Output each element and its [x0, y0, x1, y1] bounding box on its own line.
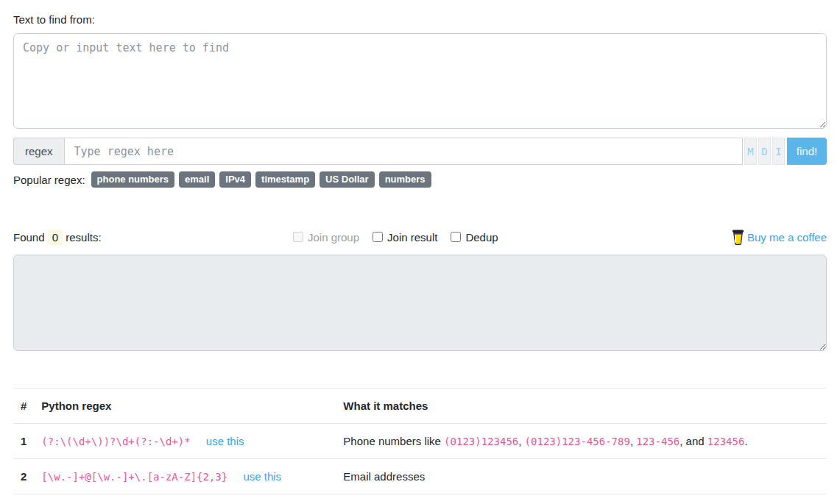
header-python-regex: Python regex: [34, 388, 336, 424]
match-text: ,: [518, 435, 524, 447]
tag-ipv4[interactable]: IPv4: [219, 171, 251, 188]
tag-numbers[interactable]: numbers: [379, 171, 431, 188]
match-description-cell: Email addresses: [336, 459, 827, 494]
found-prefix: Found: [13, 231, 45, 244]
match-text: Phone numbers like: [343, 435, 444, 447]
table-row: 1 (?:\(\d+\))?\d+(?:-\d+)* use this Phon…: [13, 424, 827, 459]
match-example-code: (0123)123-456-789: [525, 436, 630, 447]
tag-phone-numbers[interactable]: phone numbers: [91, 171, 175, 188]
dedup-label: Dedup: [465, 231, 498, 244]
results-output[interactable]: [13, 255, 827, 351]
match-text: ,: [630, 435, 636, 447]
found-results-text: Found 0 results:: [13, 231, 293, 244]
match-example-code: (0123)123456: [444, 436, 518, 447]
match-description-cell: Phone numbers like (0123)123456, (0123)1…: [336, 424, 827, 459]
match-text: , and: [680, 435, 707, 447]
header-what-it-matches: What it matches: [336, 388, 827, 424]
source-text-input[interactable]: [13, 33, 827, 129]
tag-email[interactable]: email: [179, 171, 215, 188]
regex-cell: [\w.-]+@[\w.-]+\.[a-zA-Z]{2,3} use this: [34, 459, 336, 494]
regex-input-group: regex M D I find!: [13, 138, 827, 165]
coffee-cup-icon: [732, 229, 744, 245]
tag-timestamp[interactable]: timestamp: [255, 171, 315, 188]
row-number: 1: [13, 424, 34, 459]
dedup-option[interactable]: Dedup: [451, 231, 498, 244]
row-number: 2: [13, 459, 34, 494]
find-button[interactable]: find!: [787, 138, 827, 165]
header-number: #: [13, 388, 34, 424]
match-example-code: 123456: [707, 436, 745, 447]
results-toolbar: Found 0 results: Join group Join result …: [13, 229, 827, 245]
popular-regex-row: Popular regex: phone numbers email IPv4 …: [13, 171, 827, 188]
join-group-checkbox[interactable]: [293, 232, 303, 242]
use-this-link[interactable]: use this: [243, 470, 281, 483]
found-suffix: results:: [66, 231, 101, 244]
regex-input[interactable]: [64, 138, 743, 165]
regex-cell: (?:\(\d+\))?\d+(?:-\d+)* use this: [34, 424, 336, 459]
flag-multiline-toggle[interactable]: M: [744, 138, 757, 165]
use-this-link[interactable]: use this: [206, 435, 244, 447]
join-result-checkbox[interactable]: [373, 232, 383, 242]
regex-code: [\w.-]+@[\w.-]+\.[a-zA-Z]{2,3}: [41, 471, 227, 483]
regex-addon-label: regex: [13, 138, 64, 165]
table-header-row: # Python regex What it matches: [13, 388, 827, 424]
popular-regex-table: # Python regex What it matches 1 (?:\(\d…: [13, 388, 827, 494]
match-text: Email addresses: [343, 470, 425, 483]
found-count: 0: [48, 230, 63, 245]
join-group-option[interactable]: Join group: [293, 231, 359, 244]
dedup-checkbox[interactable]: [451, 232, 461, 242]
join-group-label: Join group: [308, 231, 359, 244]
flag-ignorecase-toggle[interactable]: I: [772, 138, 785, 165]
join-result-label: Join result: [387, 231, 437, 244]
table-row: 2 [\w.-]+@[\w.-]+\.[a-zA-Z]{2,3} use thi…: [13, 459, 827, 494]
join-result-option[interactable]: Join result: [373, 231, 437, 244]
flag-dotall-toggle[interactable]: D: [758, 138, 771, 165]
match-example-code: 123-456: [636, 436, 680, 447]
tag-us-dollar[interactable]: US Dollar: [320, 171, 375, 188]
popular-regex-label: Popular regex:: [13, 174, 85, 186]
regex-code: (?:\(\d+\))?\d+(?:-\d+)*: [41, 436, 190, 447]
buy-me-a-coffee-label: Buy me a coffee: [747, 231, 827, 244]
text-to-find-label: Text to find from:: [13, 13, 827, 26]
buy-me-a-coffee-link[interactable]: Buy me a coffee: [732, 229, 827, 245]
match-text: .: [744, 435, 747, 447]
